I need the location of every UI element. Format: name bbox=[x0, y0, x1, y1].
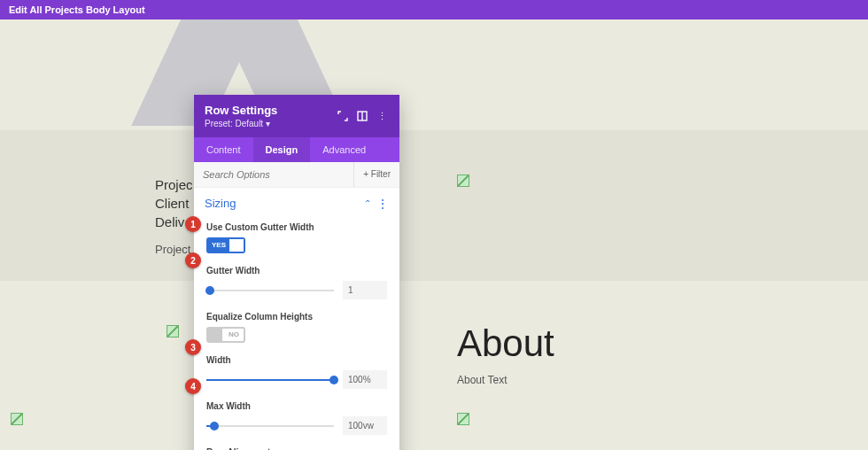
image-placeholder-icon bbox=[167, 325, 179, 338]
section-header-sizing[interactable]: Sizing ⌃ ⋮ bbox=[194, 188, 399, 215]
content-band bbox=[0, 130, 868, 281]
width-value[interactable]: 100% bbox=[343, 370, 387, 389]
gutter-width-value[interactable]: 1 bbox=[343, 281, 387, 299]
about-heading: About bbox=[457, 322, 554, 365]
panel-header[interactable]: Row Settings Preset: Default ▾ ⋮ bbox=[194, 95, 399, 137]
panel-preset[interactable]: Preset: Default ▾ bbox=[205, 119, 330, 128]
toggle-knob bbox=[229, 239, 244, 252]
annotation-badge-1: 1 bbox=[185, 216, 201, 232]
field-equalize: Equalize Column Heights NO bbox=[206, 312, 387, 343]
slider-width[interactable] bbox=[206, 379, 334, 381]
section-menu-icon[interactable]: ⋮ bbox=[376, 199, 389, 208]
field-label: Gutter Width bbox=[206, 266, 387, 275]
annotation-badge-2: 2 bbox=[185, 252, 201, 268]
max-width-value[interactable]: 100vw bbox=[343, 416, 387, 435]
kebab-menu-icon[interactable]: ⋮ bbox=[375, 109, 389, 123]
toggle-equalize[interactable]: NO bbox=[206, 327, 245, 343]
field-label: Width bbox=[206, 355, 387, 365]
slider-gutter-width[interactable] bbox=[206, 290, 334, 291]
image-placeholder-icon bbox=[457, 413, 469, 425]
section-title: Sizing bbox=[205, 197, 236, 210]
panel-tabs: Content Design Advanced bbox=[194, 137, 399, 162]
search-input[interactable] bbox=[194, 162, 353, 187]
field-label: Equalize Column Heights bbox=[206, 312, 387, 322]
slider-max-width[interactable] bbox=[206, 425, 334, 427]
toggle-knob bbox=[208, 329, 222, 341]
annotation-badge-3: 3 bbox=[185, 339, 201, 355]
top-edit-bar: Edit All Projects Body Layout bbox=[0, 0, 868, 19]
image-placeholder-icon bbox=[11, 413, 23, 425]
tab-advanced[interactable]: Advanced bbox=[310, 137, 378, 162]
annotation-badge-4: 4 bbox=[185, 378, 201, 394]
about-text: About Text bbox=[457, 374, 554, 386]
field-custom-gutter: Use Custom Gutter Width YES bbox=[206, 222, 387, 253]
expand-icon[interactable] bbox=[336, 109, 350, 123]
field-gutter-width: Gutter Width 1 bbox=[206, 266, 387, 299]
tab-content[interactable]: Content bbox=[194, 137, 253, 162]
top-bar-title: Edit All Projects Body Layout bbox=[9, 4, 145, 15]
panel-title: Row Settings bbox=[205, 104, 330, 117]
canvas: Projec Client Deliv Project T About Abou… bbox=[0, 19, 868, 450]
section-body: Use Custom Gutter Width YES Gutter Width… bbox=[194, 222, 399, 450]
field-max-width: Max Width 100vw bbox=[206, 401, 387, 435]
field-label: Use Custom Gutter Width bbox=[206, 222, 387, 232]
row-settings-panel: Row Settings Preset: Default ▾ ⋮ Content… bbox=[194, 95, 399, 450]
toggle-custom-gutter[interactable]: YES bbox=[206, 237, 245, 253]
filter-button[interactable]: + Filter bbox=[353, 162, 399, 187]
columns-icon[interactable] bbox=[355, 109, 369, 123]
collapse-icon[interactable]: ⌃ bbox=[364, 198, 371, 208]
search-row: + Filter bbox=[194, 162, 399, 188]
about-section: About About Text bbox=[457, 322, 554, 386]
tab-design[interactable]: Design bbox=[253, 137, 311, 162]
field-width: Width 100% bbox=[206, 355, 387, 389]
field-label: Max Width bbox=[206, 401, 387, 411]
image-placeholder-icon bbox=[457, 175, 469, 187]
